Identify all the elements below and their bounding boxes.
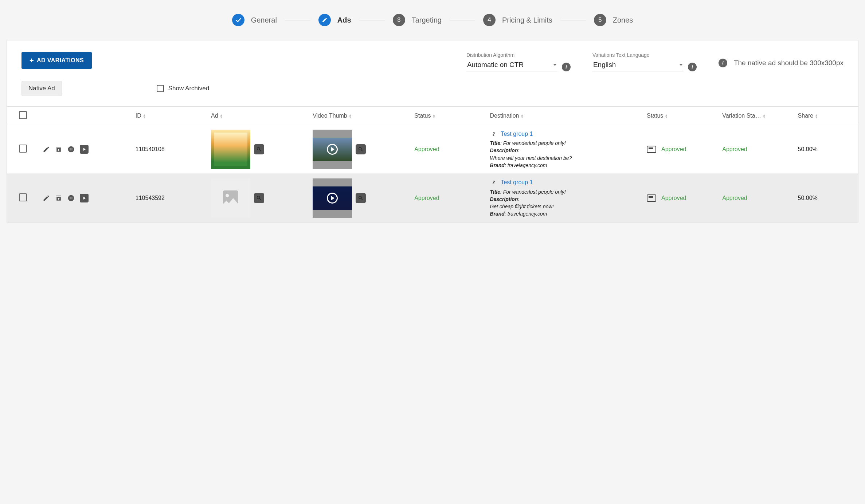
step-label: Ads	[337, 16, 351, 24]
add-variations-button[interactable]: + AD VARIATIONS	[21, 52, 92, 69]
row-id: 110543592	[132, 174, 207, 222]
distribution-label: Distribution Algorithm	[466, 52, 557, 58]
sort-icon: ▲▼	[143, 114, 146, 118]
show-archived-checkbox[interactable]: Show Archived	[157, 85, 209, 92]
select-all-checkbox[interactable]	[19, 111, 27, 119]
video-thumbnail	[313, 130, 352, 169]
zoom-button[interactable]	[356, 193, 366, 203]
col-ad[interactable]: Ad▲▼	[207, 107, 309, 125]
archive-icon[interactable]	[55, 146, 62, 153]
chevron-down-icon	[679, 64, 683, 66]
row-checkbox[interactable]	[19, 145, 27, 153]
ad-thumbnail	[211, 130, 250, 169]
step-label: Zones	[613, 16, 633, 24]
link-group-icon	[490, 131, 498, 137]
step-number: 4	[483, 14, 496, 26]
col-status[interactable]: Status▲▼	[411, 107, 486, 125]
destination-cell: Test group 1 Title: For wanderlust peopl…	[490, 130, 639, 169]
show-archived-label: Show Archived	[168, 85, 209, 92]
distribution-select[interactable]: Distribution Algorithm Automatic on CTR	[466, 52, 557, 71]
plus-icon: +	[30, 57, 34, 64]
step-targeting[interactable]: 3 Targeting	[393, 14, 442, 26]
zoom-button[interactable]	[254, 193, 264, 203]
table-row: 110540108 Approved Test group 1 Title: F…	[7, 125, 858, 174]
play-overlay-icon	[327, 193, 338, 204]
check-icon	[232, 14, 244, 26]
ads-card: + AD VARIATIONS Distribution Algorithm A…	[7, 40, 858, 223]
language-value: English	[593, 61, 616, 69]
info-icon[interactable]: i	[719, 59, 727, 67]
row-id: 110540108	[132, 125, 207, 174]
col-id[interactable]: ID▲▼	[132, 107, 207, 125]
filter-row: Native Ad Show Archived	[7, 78, 858, 106]
status-text: Approved	[661, 195, 686, 201]
toolbar: + AD VARIATIONS Distribution Algorithm A…	[7, 40, 858, 78]
edit-icon[interactable]	[43, 194, 50, 202]
ad-thumbnail	[211, 178, 250, 218]
variation-status-text: Approved	[722, 195, 747, 201]
pencil-icon	[318, 14, 331, 26]
info-icon[interactable]: i	[562, 63, 571, 71]
pause-icon[interactable]	[67, 146, 75, 153]
add-variations-label: AD VARIATIONS	[37, 57, 84, 64]
test-group-link[interactable]: Test group 1	[501, 178, 533, 186]
step-number: 5	[594, 14, 606, 26]
col-variation-status[interactable]: Variation Sta…▲▼	[719, 107, 794, 125]
distribution-value: Automatic on CTR	[467, 61, 524, 69]
play-icon[interactable]	[80, 145, 89, 154]
col-video-thumb[interactable]: Video Thumb▲▼	[309, 107, 411, 125]
video-thumbnail	[313, 178, 352, 218]
zoom-button[interactable]	[356, 144, 366, 154]
status-text: Approved	[414, 146, 439, 152]
language-label: Variations Text Language	[592, 52, 684, 58]
step-pricing[interactable]: 4 Pricing & Limits	[483, 14, 552, 26]
info-icon[interactable]: i	[688, 63, 697, 71]
archive-icon[interactable]	[55, 194, 62, 202]
step-divider	[560, 20, 586, 20]
variation-status-text: Approved	[722, 146, 747, 152]
table-row: 110543592 Approved Test group 1 Title: F…	[7, 174, 858, 222]
chevron-down-icon	[553, 64, 557, 66]
step-zones[interactable]: 5 Zones	[594, 14, 633, 26]
col-status2[interactable]: Status▲▼	[643, 107, 719, 125]
checkbox-icon	[157, 85, 164, 92]
card-icon	[647, 146, 656, 153]
step-divider	[450, 20, 475, 20]
step-general[interactable]: General	[232, 14, 277, 26]
test-group-link[interactable]: Test group 1	[501, 130, 533, 138]
sort-icon: ▲▼	[349, 114, 352, 118]
step-divider	[359, 20, 385, 20]
ads-table: ID▲▼ Ad▲▼ Video Thumb▲▼ Status▲▼ Destina…	[7, 106, 858, 223]
step-number: 3	[393, 14, 405, 26]
native-ad-chip[interactable]: Native Ad	[21, 81, 62, 96]
stepper: General Ads 3 Targeting 4 Pricing & Limi…	[0, 0, 865, 40]
step-ads[interactable]: Ads	[318, 14, 351, 26]
pause-icon[interactable]	[67, 194, 75, 202]
size-note: The native ad should be 300x300px	[734, 59, 844, 67]
play-icon[interactable]	[80, 194, 89, 202]
link-group-icon	[490, 179, 498, 186]
status-text: Approved	[414, 195, 439, 201]
sort-icon: ▲▼	[220, 114, 223, 118]
sort-icon: ▲▼	[815, 114, 818, 118]
sort-icon: ▲▼	[432, 114, 436, 118]
language-select[interactable]: Variations Text Language English	[592, 52, 684, 71]
share-value: 50.00%	[794, 174, 858, 222]
share-value: 50.00%	[794, 125, 858, 174]
step-divider	[285, 20, 310, 20]
card-icon	[647, 194, 656, 202]
sort-icon: ▲▼	[763, 114, 766, 118]
destination-cell: Test group 1 Title: For wanderlust peopl…	[490, 178, 639, 217]
zoom-button[interactable]	[254, 144, 264, 154]
edit-icon[interactable]	[43, 146, 50, 153]
sort-icon: ▲▼	[665, 114, 668, 118]
status-text: Approved	[661, 146, 686, 153]
row-checkbox[interactable]	[19, 193, 27, 201]
step-label: General	[251, 16, 277, 24]
sort-icon: ▲▼	[520, 114, 524, 118]
col-destination[interactable]: Destination▲▼	[486, 107, 643, 125]
step-label: Targeting	[412, 16, 442, 24]
col-share[interactable]: Share▲▼	[794, 107, 858, 125]
step-label: Pricing & Limits	[502, 16, 552, 24]
